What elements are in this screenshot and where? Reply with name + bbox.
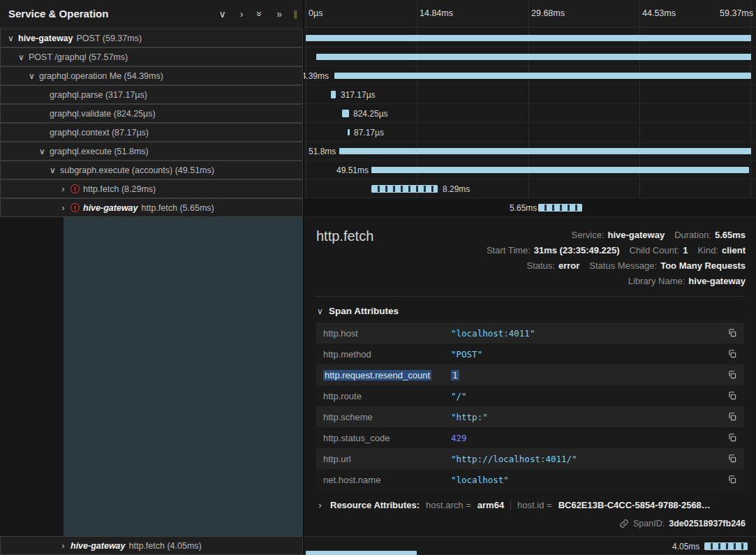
collapse-all-icon[interactable]: » <box>269 8 289 20</box>
status-value: error <box>558 258 579 274</box>
span-bar[interactable] <box>371 167 749 173</box>
span-bar[interactable] <box>306 551 417 555</box>
pane-resize-handle[interactable]: ∥ <box>289 9 297 19</box>
span-operation: http.fetch (8.29ms) <box>83 184 156 194</box>
resource-attributes-heading[interactable]: Resource Attributes: <box>330 500 420 510</box>
copy-icon[interactable] <box>725 412 737 422</box>
chevron-down-icon[interactable]: ∨ <box>28 72 36 80</box>
attribute-value: "localhost:4011" <box>451 328 725 339</box>
span-tree-row[interactable]: graphql.parse (317.17µs) <box>0 85 303 104</box>
span-bar[interactable] <box>331 91 336 98</box>
timeline-row[interactable]: 54.39ms <box>304 66 756 85</box>
span-tree-row[interactable]: › ! http.fetch (8.29ms) <box>0 179 303 198</box>
span-bar[interactable] <box>306 35 751 41</box>
pane-title: Service & Operation <box>8 8 108 20</box>
attribute-value: 429 <box>451 433 725 443</box>
attribute-value: "localhost" <box>451 475 725 485</box>
timeline-row[interactable]: 824.25µs <box>304 104 756 123</box>
copy-icon[interactable] <box>725 349 737 359</box>
chevron-right-icon[interactable]: › <box>59 204 67 212</box>
duration-value: 5.65ms <box>715 228 746 243</box>
span-bar[interactable] <box>316 54 751 60</box>
span-attributes-toggle[interactable]: ∨ Span Attributes <box>316 306 399 316</box>
span-tree-row[interactable]: ∨ subgraph.execute (accounts) (49.51ms) <box>0 161 303 179</box>
duration-label: 51.8ms <box>309 147 336 156</box>
duration-label: 317.17µs <box>341 90 376 100</box>
span-tree-row[interactable]: › hive-gateway http.fetch (4.05ms) <box>0 536 303 555</box>
detail-meta: Service: hive-gateway Duration: 5.65ms S… <box>487 228 746 289</box>
span-tree-row-selected[interactable]: › ! hive-gateway http.fetch (5.65ms) <box>0 198 303 217</box>
kind-value: client <box>722 243 746 258</box>
link-icon[interactable] <box>619 519 629 528</box>
span-id-row: SpanID: 3de02518937fb246 <box>619 519 746 528</box>
attribute-key: http.request.resend_count <box>323 370 451 380</box>
span-tree-row[interactable]: ∨ graphql.execute (51.8ms) <box>0 142 303 161</box>
duration-label: 5.65ms <box>510 203 537 213</box>
span-bar[interactable] <box>334 73 751 79</box>
error-icon: ! <box>71 203 80 212</box>
child-count-label: Child Count: <box>630 243 680 258</box>
timeline-row[interactable]: 8.29ms <box>304 179 756 198</box>
copy-icon[interactable] <box>725 433 737 443</box>
start-time-label: Start Time: <box>487 243 531 258</box>
span-operation: subgraph.execute (accounts) (49.51ms) <box>60 165 214 175</box>
span-tree-pane: Service & Operation ∨ › » » ∥ ∨ hive-gat… <box>0 0 303 555</box>
chevron-down-icon[interactable]: ∨ <box>38 147 46 156</box>
span-bar[interactable] <box>339 148 751 154</box>
duration-label: 8.29ms <box>443 184 470 194</box>
status-message-value: Too Many Requests <box>660 258 746 274</box>
chevron-down-icon[interactable]: ∨ <box>7 34 15 43</box>
resource-attr-key: host.id = <box>517 500 552 510</box>
span-bar[interactable] <box>371 185 438 193</box>
timeline-row[interactable]: 49.51ms <box>304 161 756 179</box>
duration-label: 49.51ms <box>336 165 369 175</box>
timeline-row-selected[interactable]: 5.65ms <box>304 198 756 217</box>
copy-icon[interactable] <box>725 454 737 464</box>
span-attributes-heading: Span Attributes <box>329 306 399 316</box>
span-bar[interactable] <box>704 542 748 550</box>
span-bar[interactable] <box>348 129 350 135</box>
copy-icon[interactable] <box>725 391 737 401</box>
span-bar[interactable] <box>538 204 582 212</box>
meta-line: Status: error Status Message: Too Many R… <box>487 258 746 274</box>
expand-all-icon[interactable]: » <box>250 8 269 20</box>
span-tree-row[interactable]: ∨ hive-gateway POST (59.37ms) <box>0 29 303 47</box>
span-tree-row[interactable]: graphql.context (87.17µs) <box>0 123 303 142</box>
time-tick: 59.37ms <box>720 8 753 18</box>
span-tree-row[interactable]: graphql.validate (824.25µs) <box>0 104 303 123</box>
copy-icon[interactable] <box>725 370 737 380</box>
timeline-row[interactable] <box>304 29 756 47</box>
timeline-row[interactable]: 317.17µs <box>304 85 756 104</box>
timeline-row[interactable] <box>304 47 756 66</box>
span-tree-row[interactable]: ∨ POST /graphql (57.57ms) <box>0 47 303 66</box>
timeline-row[interactable]: 51.8ms <box>304 142 756 161</box>
resource-attributes-row: › Resource Attributes: host.arch = arm64… <box>316 500 711 510</box>
time-tick: 14.84ms <box>420 8 453 18</box>
chevron-right-icon[interactable]: › <box>59 185 67 193</box>
duration-label: 4.05ms <box>672 542 699 552</box>
timeline-row[interactable]: 87.17µs <box>304 123 756 142</box>
library-name-value: hive-gateway <box>688 274 746 289</box>
copy-icon[interactable] <box>725 328 737 338</box>
attribute-value: "http:" <box>451 412 725 422</box>
span-operation: http.fetch (5.65ms) <box>142 203 214 213</box>
span-operation: POST /graphql (57.57ms) <box>29 52 128 62</box>
attribute-key: http.route <box>323 391 451 401</box>
meta-line: Library Name: hive-gateway <box>487 274 746 289</box>
chevron-down-icon[interactable]: ∨ <box>49 166 57 175</box>
span-operation: graphql.context (87.17µs) <box>50 128 149 138</box>
child-count-value: 1 <box>683 243 688 258</box>
span-bar[interactable] <box>342 110 349 117</box>
copy-icon[interactable] <box>725 475 737 484</box>
chevron-right-icon[interactable]: › <box>59 542 67 550</box>
span-operation: graphql.execute (51.8ms) <box>50 147 149 156</box>
attribute-key: http.url <box>323 454 451 464</box>
chevron-right-icon[interactable]: › <box>233 8 251 20</box>
chevron-down-icon[interactable]: ∨ <box>17 53 25 61</box>
span-operation: graphql.parse (317.17µs) <box>50 90 147 100</box>
chevron-right-icon[interactable]: › <box>316 501 324 510</box>
span-detail-backdrop <box>64 217 303 536</box>
chevron-down-icon[interactable]: ∨ <box>212 8 232 20</box>
attribute-key: http.method <box>323 349 451 360</box>
span-tree-row[interactable]: ∨ graphql.operation Me (54.39ms) <box>0 66 303 85</box>
